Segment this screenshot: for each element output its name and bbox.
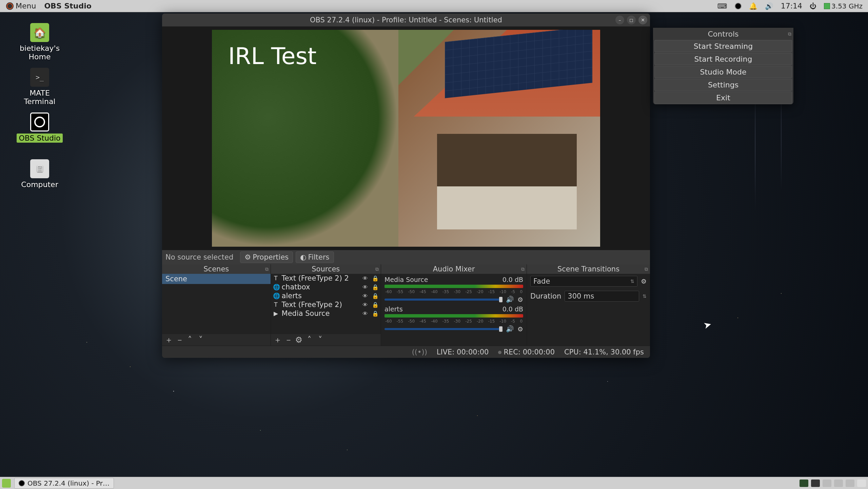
lock-toggle[interactable]: 🔒 xyxy=(372,302,379,308)
close-button[interactable]: ✕ xyxy=(638,16,647,24)
volume-slider[interactable] xyxy=(384,299,502,301)
control-button[interactable]: Start Recording xyxy=(654,53,792,65)
speaker-icon[interactable]: 🔊 xyxy=(506,325,514,333)
source-item[interactable]: 🌐alerts👁🔒 xyxy=(271,291,381,300)
channel-name: Media Source xyxy=(384,276,428,283)
channel-settings-button[interactable]: ⚙ xyxy=(517,325,523,333)
cpu-status: CPU: 41.1%, 30.00 fps xyxy=(564,348,644,356)
trash-icon[interactable] xyxy=(857,480,866,487)
scenes-header: Scenes xyxy=(203,265,229,273)
distro-logo-icon xyxy=(6,2,14,10)
audio-meter xyxy=(384,285,523,288)
minimize-button[interactable]: – xyxy=(615,16,624,24)
lock-toggle[interactable]: 🔒 xyxy=(372,275,379,282)
lock-toggle[interactable]: 🔒 xyxy=(372,310,379,317)
workspace-4[interactable] xyxy=(846,480,854,487)
controls-header: Controls xyxy=(708,30,739,38)
transitions-panel: Scene Transitions⧉ Fade ⇅ ⚙ Duration 300… xyxy=(527,264,650,346)
filter-icon: ◐ xyxy=(300,253,306,261)
popout-icon[interactable]: ⧉ xyxy=(375,266,379,272)
filters-button[interactable]: ◐ Filters xyxy=(296,251,334,263)
preview-area[interactable]: IRL Test xyxy=(162,26,650,250)
controls-dock[interactable]: Controls⧉ Start StreamingStart Recording… xyxy=(653,28,793,104)
clock[interactable]: 17:14 xyxy=(781,2,802,10)
speaker-icon[interactable]: 🔊 xyxy=(506,296,514,303)
control-button[interactable]: Settings xyxy=(654,79,792,91)
source-up-button[interactable]: ˄ xyxy=(306,335,313,345)
add-scene-button[interactable]: ＋ xyxy=(165,334,172,345)
source-settings-button[interactable]: ⚙ xyxy=(295,335,302,345)
control-button[interactable]: Exit xyxy=(654,91,792,104)
popout-icon[interactable]: ⧉ xyxy=(788,31,791,37)
visibility-toggle[interactable]: 👁 xyxy=(362,284,369,290)
add-source-button[interactable]: ＋ xyxy=(274,334,280,345)
properties-button[interactable]: ⚙ Properties xyxy=(240,251,293,263)
mixer-channel: Media Source0.0 dB-60-55-50-45-40-35-30-… xyxy=(381,274,527,303)
scene-down-button[interactable]: ˅ xyxy=(197,335,204,345)
control-button[interactable]: Studio Mode xyxy=(654,66,792,78)
channel-settings-button[interactable]: ⚙ xyxy=(517,296,523,303)
obs-window: OBS 27.2.4 (linux) - Profile: Untitled -… xyxy=(162,14,650,358)
desktop-icon-computer[interactable]: Computer xyxy=(14,159,65,189)
workspace-2[interactable] xyxy=(823,480,831,487)
desktop-icon-obs[interactable]: OBS Studio xyxy=(14,113,65,143)
keyboard-indicator-icon[interactable]: ⌨ xyxy=(717,2,727,10)
visibility-toggle[interactable]: 👁 xyxy=(362,310,369,317)
visibility-toggle[interactable]: 👁 xyxy=(362,293,369,299)
visibility-toggle[interactable]: 👁 xyxy=(362,275,369,282)
control-button[interactable]: Start Streaming xyxy=(654,40,792,52)
spinner-icon[interactable]: ⇅ xyxy=(643,293,647,299)
duration-input[interactable]: 300 ms xyxy=(565,291,639,302)
remove-source-button[interactable]: － xyxy=(284,334,291,345)
lock-toggle[interactable]: 🔒 xyxy=(372,293,379,299)
scene-up-button[interactable]: ˄ xyxy=(186,335,193,345)
source-item[interactable]: TText (FreeType 2) 2👁🔒 xyxy=(271,274,381,283)
cpu-indicator[interactable]: 3.53 GHz xyxy=(824,2,863,10)
desktop-icon-terminal[interactable]: MATE Terminal xyxy=(14,68,65,106)
window-titlebar[interactable]: OBS 27.2.4 (linux) - Profile: Untitled -… xyxy=(162,14,650,26)
volume-slider[interactable] xyxy=(384,328,502,330)
source-type-icon: 🌐 xyxy=(273,284,279,290)
meter-ticks: -60-55-50-45-40-35-30-25-20-15-10-50 xyxy=(384,319,523,324)
source-down-button[interactable]: ˅ xyxy=(317,335,324,345)
folder-home-icon xyxy=(30,23,49,42)
taskbar-item-obs[interactable]: OBS 27.2.4 (linux) - Pr… xyxy=(14,478,114,489)
workspace-3[interactable] xyxy=(834,480,843,487)
terminal-icon xyxy=(30,68,49,87)
transitions-header: Scene Transitions xyxy=(557,265,619,273)
popout-icon[interactable]: ⧉ xyxy=(521,266,525,272)
maximize-button[interactable]: ◻ xyxy=(627,16,636,24)
audio-mixer-panel: Audio Mixer⧉ Media Source0.0 dB-60-55-50… xyxy=(381,264,527,346)
preview-barn xyxy=(437,134,577,229)
audio-meter xyxy=(384,314,523,318)
source-item[interactable]: 🌐chatbox👁🔒 xyxy=(271,283,381,291)
preview-canvas: IRL Test xyxy=(212,30,600,247)
source-item[interactable]: ▶Media Source👁🔒 xyxy=(271,309,381,318)
popout-icon[interactable]: ⧉ xyxy=(645,266,648,272)
preview-text-overlay: IRL Test xyxy=(228,43,317,69)
source-type-icon: T xyxy=(273,275,279,282)
scene-item[interactable]: Scene xyxy=(162,274,271,284)
transition-select[interactable]: Fade ⇅ xyxy=(530,276,637,287)
source-item[interactable]: TText (FreeType 2)👁🔒 xyxy=(271,300,381,309)
desktop-icon-home[interactable]: bietiekay's Home xyxy=(14,23,65,61)
transition-settings-button[interactable]: ⚙ xyxy=(641,278,647,285)
meter-ticks: -60-55-50-45-40-35-30-25-20-15-10-50 xyxy=(384,289,523,294)
channel-name: alerts xyxy=(384,305,403,313)
notifications-icon[interactable]: 🔔 xyxy=(749,2,757,10)
workspace-1[interactable] xyxy=(811,480,820,487)
popout-icon[interactable]: ⧉ xyxy=(265,266,269,272)
remove-scene-button[interactable]: － xyxy=(176,334,182,345)
chevron-updown-icon: ⇅ xyxy=(630,279,634,284)
tray-obs-icon[interactable] xyxy=(800,480,808,487)
visibility-toggle[interactable]: 👁 xyxy=(362,302,369,308)
bottom-taskbar: OBS 27.2.4 (linux) - Pr… xyxy=(0,477,868,489)
power-icon[interactable]: ⏻ xyxy=(810,2,816,10)
menu-button[interactable]: Menu xyxy=(3,2,39,10)
lock-toggle[interactable]: 🔒 xyxy=(372,284,379,290)
show-desktop-button[interactable] xyxy=(2,479,11,488)
source-type-icon: T xyxy=(273,301,279,308)
volume-icon[interactable]: 🔊 xyxy=(765,2,773,10)
obs-tray-icon[interactable] xyxy=(735,3,742,9)
source-status: No source selected xyxy=(165,253,233,261)
